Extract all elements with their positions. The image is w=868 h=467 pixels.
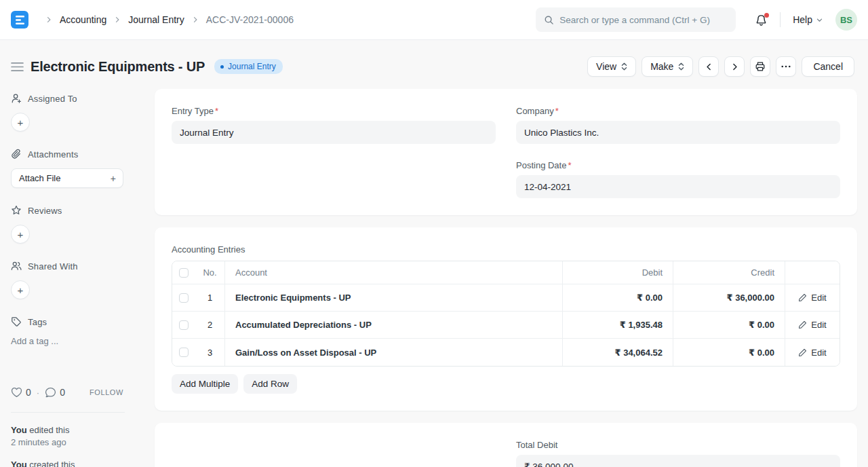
navbar: Accounting Journal Entry ACC-JV-2021-000… — [0, 0, 868, 40]
erpnext-logo-icon[interactable] — [11, 11, 28, 29]
row-checkbox[interactable] — [179, 320, 189, 330]
add-multiple-button[interactable]: Add Multiple — [172, 374, 238, 394]
pencil-icon — [798, 348, 807, 357]
previous-document-button[interactable] — [698, 56, 719, 77]
add-review-button[interactable]: + — [11, 225, 30, 244]
star-icon — [11, 205, 22, 216]
activity-created: You created this 2 minutes ago — [11, 459, 141, 467]
avatar[interactable]: BS — [835, 9, 857, 31]
account-cell[interactable]: Gain/Loss on Asset Disposal - UP — [225, 339, 563, 366]
breadcrumb-doctype[interactable]: Journal Entry — [128, 14, 184, 25]
divider — [11, 412, 125, 413]
notifications-bell-icon[interactable] — [755, 14, 768, 26]
credit-cell[interactable]: ₹ 36,000.00 — [673, 284, 785, 311]
breadcrumb: Accounting Journal Entry ACC-JV-2021-000… — [38, 14, 294, 25]
debit-cell[interactable]: ₹ 1,935.48 — [563, 312, 673, 338]
add-tag-input[interactable]: Add a tag ... — [11, 336, 141, 346]
printer-icon — [755, 61, 766, 72]
activity-edited: You edited this 2 minutes ago — [11, 424, 141, 449]
chevron-right-icon — [730, 62, 739, 71]
entry-type-field[interactable]: Journal Entry — [172, 121, 496, 144]
posting-date-field[interactable]: 12-04-2021 — [516, 175, 840, 198]
column-header-no: No. — [195, 261, 225, 284]
debit-cell[interactable]: ₹ 34,064.52 — [563, 339, 673, 366]
comment-count: 0 — [60, 387, 65, 398]
doctype-badge: Journal Entry — [214, 59, 283, 74]
row-checkbox[interactable] — [179, 348, 189, 357]
user-plus-icon — [11, 93, 22, 104]
search-icon — [544, 15, 554, 25]
cancel-button[interactable]: Cancel — [802, 56, 854, 77]
menu-more-button[interactable] — [776, 56, 796, 77]
users-icon — [11, 261, 22, 272]
heart-icon — [11, 387, 22, 398]
chevron-right-icon — [113, 16, 121, 24]
table-row[interactable]: 1 Electronic Equipments - UP ₹ 0.00 ₹ 36… — [172, 284, 840, 312]
breadcrumb-app[interactable]: Accounting — [60, 14, 106, 25]
sidebar-toggle-icon[interactable] — [11, 62, 24, 72]
row-checkbox[interactable] — [179, 293, 189, 303]
like-button[interactable]: 0 — [11, 387, 31, 398]
ellipsis-icon — [781, 65, 791, 68]
page-head: Electronic Equipments - UP Journal Entry… — [0, 40, 868, 89]
company-label: Company* — [516, 106, 840, 116]
divider — [780, 12, 781, 27]
credit-cell[interactable]: ₹ 0.00 — [673, 339, 785, 366]
accounting-entries-label: Accounting Entries — [172, 244, 840, 255]
page-title: Electronic Equipments - UP — [31, 59, 205, 75]
tags-section[interactable]: Tags — [11, 316, 141, 327]
select-all-checkbox[interactable] — [179, 268, 189, 278]
edit-row-button[interactable]: Edit — [798, 320, 826, 330]
pencil-icon — [798, 320, 807, 329]
plus-icon: + — [111, 173, 116, 184]
shared-with-section[interactable]: Shared With — [11, 261, 141, 272]
chevron-right-icon — [45, 16, 53, 24]
tag-icon — [11, 316, 22, 327]
form-sidebar: Assigned To + Attachments Attach File + … — [11, 89, 141, 467]
help-label: Help — [793, 14, 812, 25]
attachments-section[interactable]: Attachments — [11, 149, 141, 160]
chevron-left-icon — [705, 62, 713, 71]
comments-button[interactable]: 0 — [45, 387, 65, 398]
breadcrumb-docname: ACC-JV-2021-00006 — [206, 14, 294, 25]
row-index: 3 — [195, 339, 225, 366]
attach-file-button[interactable]: Attach File + — [11, 168, 123, 188]
form-section-totals: Total Debit ₹ 36,000.00 — [155, 423, 857, 467]
next-document-button[interactable] — [724, 56, 745, 77]
add-row-button[interactable]: Add Row — [243, 374, 297, 394]
follow-button[interactable]: FOLLOW — [90, 388, 123, 396]
badge-dot — [220, 65, 224, 69]
like-count: 0 — [26, 387, 31, 398]
row-index: 1 — [195, 284, 225, 311]
column-header-debit: Debit — [563, 261, 673, 284]
help-menu[interactable]: Help — [793, 14, 823, 25]
total-debit-field: ₹ 36,000.00 — [516, 455, 840, 467]
row-index: 2 — [195, 312, 225, 338]
company-field[interactable]: Unico Plastics Inc. — [516, 121, 840, 144]
chevron-down-icon — [816, 16, 823, 24]
table-row[interactable]: 3 Gain/Loss on Asset Disposal - UP ₹ 34,… — [172, 339, 840, 366]
edit-row-button[interactable]: Edit — [798, 293, 826, 303]
table-row[interactable]: 2 Accumulated Depreciations - UP ₹ 1,935… — [172, 312, 840, 339]
print-button[interactable] — [750, 56, 770, 77]
entries-table: No. Account Debit Credit 1 Electronic Eq… — [172, 261, 840, 367]
assigned-to-section[interactable]: Assigned To — [11, 93, 141, 104]
search-input[interactable]: Search or type a command (Ctrl + G) — [536, 7, 736, 32]
view-button[interactable]: View — [587, 56, 636, 77]
entry-type-label: Entry Type* — [172, 106, 496, 116]
make-button[interactable]: Make — [642, 56, 693, 77]
account-cell[interactable]: Electronic Equipments - UP — [225, 284, 563, 311]
add-share-button[interactable]: + — [11, 280, 30, 299]
credit-cell[interactable]: ₹ 0.00 — [673, 312, 785, 338]
add-assignment-button[interactable]: + — [11, 113, 30, 132]
reviews-section[interactable]: Reviews — [11, 205, 141, 216]
notification-dot — [764, 13, 769, 18]
edit-row-button[interactable]: Edit — [798, 348, 826, 358]
chevron-right-icon — [191, 16, 199, 24]
select-caret-icon — [621, 62, 627, 71]
search-placeholder: Search or type a command (Ctrl + G) — [559, 15, 710, 25]
posting-date-label: Posting Date* — [516, 160, 840, 170]
debit-cell[interactable]: ₹ 0.00 — [563, 284, 673, 311]
column-header-account: Account — [225, 261, 563, 284]
account-cell[interactable]: Accumulated Depreciations - UP — [225, 312, 563, 338]
